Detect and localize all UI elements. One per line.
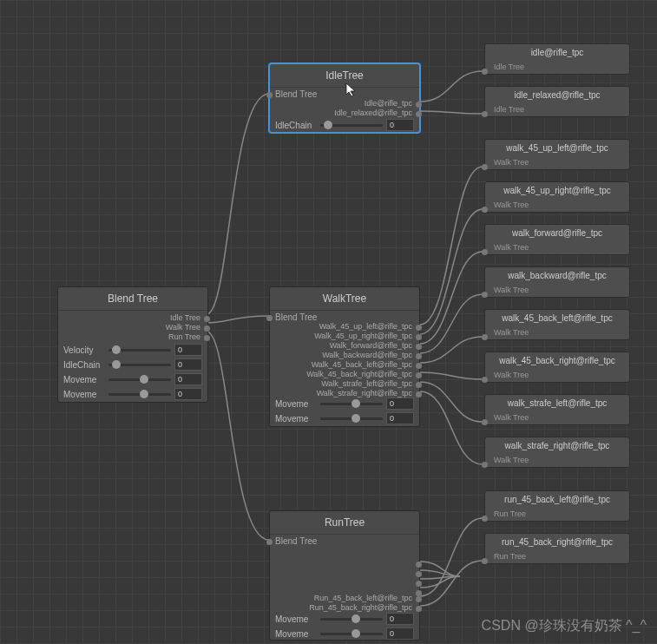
slider-track[interactable] <box>108 378 171 381</box>
slider-label: Moveme <box>275 614 317 624</box>
param-slider[interactable]: Moveme 0 <box>63 372 202 386</box>
slider-value[interactable]: 0 <box>386 613 414 625</box>
node-walk-tree[interactable]: WalkTree Blend Tree Walk_45_up_left@rifl… <box>269 286 420 427</box>
motion-title: walk_strafe_left@rifle_tpc <box>485 395 629 411</box>
slider-thumb[interactable] <box>140 390 148 398</box>
motion-input-label: Walk Tree <box>494 286 529 294</box>
slider-track[interactable] <box>108 364 171 366</box>
motion-title: walk_45_up_left@rifle_tpc <box>485 140 629 156</box>
motion-node[interactable]: walk_strafe_right@rifle_tpc Walk Tree <box>484 437 630 468</box>
motion-title: walk_45_up_right@rifle_tpc <box>485 182 629 199</box>
slider-label: Moveme <box>275 399 317 409</box>
motion-input-label: Walk Tree <box>494 200 529 209</box>
node-title: IdleTree <box>270 64 419 88</box>
slider-value[interactable]: 0 <box>386 628 414 640</box>
slider-label: Moveme <box>275 414 317 424</box>
motion-input-label: Run Tree <box>494 552 526 561</box>
slider-thumb[interactable] <box>324 121 332 129</box>
slider-thumb[interactable] <box>351 399 360 408</box>
motion-title: walk_45_back_right@rifle_tpc <box>485 352 629 369</box>
slider-label: IdleChain <box>275 121 317 130</box>
motion-node[interactable]: walk_strafe_left@rifle_tpc Walk Tree <box>484 394 630 425</box>
motion-node[interactable]: idle_relaxed@rifle_tpc Idle Tree <box>484 86 630 117</box>
motion-node[interactable]: walk_45_up_right@rifle_tpc Walk Tree <box>484 181 630 213</box>
node-title: WalkTree <box>270 287 419 311</box>
node-input-label: Blend Tree <box>275 89 317 99</box>
node-title: Blend Tree <box>58 287 207 311</box>
slider-track[interactable] <box>320 403 383 405</box>
param-slider[interactable]: IdleChain 0 <box>63 358 202 371</box>
node-input-label: Blend Tree <box>275 312 317 322</box>
slider-label: Moveme <box>275 629 317 639</box>
motion-title: walk_forward@rifle_tpc <box>485 225 629 241</box>
motion-input-label: Walk Tree <box>494 243 529 252</box>
slider-track[interactable] <box>108 393 171 396</box>
node-idle-tree[interactable]: IdleTree Blend Tree Idle@rifle_tpc Idle_… <box>269 63 420 133</box>
motion-title: idle@rifle_tpc <box>485 44 629 61</box>
slider-value[interactable]: 0 <box>386 119 414 131</box>
motion-title: idle_relaxed@rifle_tpc <box>485 87 629 103</box>
motion-title: run_45_back_left@rifle_tpc <box>485 491 629 508</box>
watermark: CSDN @珍珠没有奶茶 ^_^ <box>482 617 647 635</box>
slider-value[interactable]: 0 <box>386 398 414 410</box>
motion-node[interactable]: walk_45_up_left@rifle_tpc Walk Tree <box>484 139 630 170</box>
motion-node[interactable]: run_45_back_left@rifle_tpc Run Tree <box>484 490 630 522</box>
slider-value[interactable]: 0 <box>174 358 202 371</box>
motion-input-label: Walk Tree <box>494 328 529 337</box>
slider-track[interactable] <box>320 417 383 420</box>
slider-value[interactable]: 0 <box>386 412 414 424</box>
slider-thumb[interactable] <box>140 375 148 384</box>
motion-node[interactable]: run_45_back_right@rifle_tpc Run Tree <box>484 533 630 564</box>
slider-value[interactable]: 0 <box>174 373 202 385</box>
node-title: RunTree <box>270 511 419 535</box>
node-blend-tree[interactable]: Blend Tree Idle Tree Walk Tree Run Tree … <box>57 286 208 403</box>
param-slider[interactable]: IdleChain 0 <box>275 118 414 132</box>
slider-track[interactable] <box>320 633 383 635</box>
motion-input-label: Walk Tree <box>494 413 529 422</box>
motion-input-label: Walk Tree <box>494 456 529 464</box>
node-input-label: Blend Tree <box>275 536 317 546</box>
motion-node[interactable]: walk_forward@rifle_tpc Walk Tree <box>484 224 630 255</box>
motion-input-label: Run Tree <box>494 509 526 518</box>
motion-input-label: Walk Tree <box>494 158 529 167</box>
motion-node[interactable]: walk_45_back_left@rifle_tpc Walk Tree <box>484 309 630 340</box>
param-slider[interactable]: Moveme 0 <box>63 387 202 401</box>
motion-input-label: Walk Tree <box>494 371 529 379</box>
motion-title: walk_backward@rifle_tpc <box>485 267 629 284</box>
slider-track[interactable] <box>108 349 171 352</box>
slider-track[interactable] <box>320 124 383 127</box>
slider-label: Moveme <box>63 390 105 399</box>
slider-thumb[interactable] <box>351 614 360 623</box>
slider-label: Velocity <box>63 345 105 355</box>
slider-thumb[interactable] <box>112 345 121 354</box>
motion-title: run_45_back_right@rifle_tpc <box>485 534 629 550</box>
slider-thumb[interactable] <box>112 360 121 369</box>
motion-node[interactable]: walk_45_back_right@rifle_tpc Walk Tree <box>484 352 630 383</box>
param-slider[interactable]: Moveme 0 <box>275 411 414 425</box>
motion-title: walk_45_back_left@rifle_tpc <box>485 310 629 326</box>
slider-value[interactable]: 0 <box>174 344 202 356</box>
motion-input-label: Idle Tree <box>494 62 524 71</box>
node-run-tree[interactable]: RunTree Blend Tree Run_45_back_left@rifl… <box>269 510 420 641</box>
param-slider[interactable]: Moveme 0 <box>275 612 414 626</box>
param-slider[interactable]: Moveme 0 <box>275 397 414 411</box>
slider-value[interactable]: 0 <box>174 388 202 400</box>
slider-label: IdleChain <box>63 360 105 370</box>
param-slider[interactable]: Moveme 0 <box>275 627 414 641</box>
slider-thumb[interactable] <box>351 629 360 638</box>
motion-node[interactable]: walk_backward@rifle_tpc Walk Tree <box>484 266 630 298</box>
param-slider[interactable]: Velocity 0 <box>63 343 202 357</box>
motion-input-label: Idle Tree <box>494 105 524 114</box>
motion-title: walk_strafe_right@rifle_tpc <box>485 437 629 454</box>
slider-label: Moveme <box>63 375 105 384</box>
slider-track[interactable] <box>320 618 383 621</box>
motion-node[interactable]: idle@rifle_tpc Idle Tree <box>484 43 630 75</box>
slider-thumb[interactable] <box>351 414 360 423</box>
